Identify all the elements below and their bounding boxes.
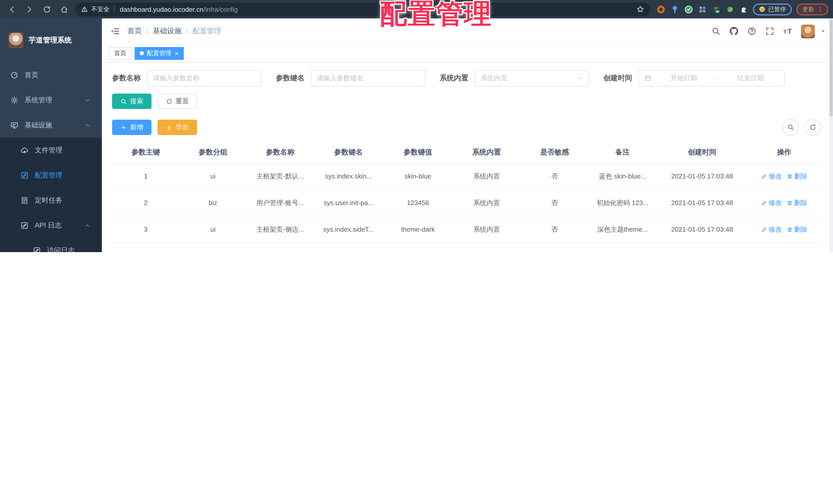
table-cell: sys.user.init-pa... [314,190,383,216]
param-key-label: 参数键名 [276,74,305,83]
search-button-icon [120,98,127,105]
system-type-label: 系统内置 [440,74,468,83]
breadcrumb-home[interactable]: 首页 [127,27,142,36]
emoji-face-icon [759,6,766,13]
edit-link[interactable]: 修改 [761,251,782,252]
toggle-search-icon[interactable] [782,119,799,135]
search-button[interactable]: 搜索 [112,94,151,109]
kebab-menu-icon[interactable] [817,6,823,12]
github-icon[interactable] [729,27,738,36]
breadcrumb-separator: / [186,27,188,35]
table-cell: demo.test [314,243,383,252]
avatar-caret-down-icon[interactable] [820,28,826,34]
col-sensitive: 是否敏感 [521,142,589,163]
pencil-icon [761,173,767,179]
filter-param-key: 参数键名 请输入参数键名 [276,70,425,86]
paused-label: 已暂停 [768,5,786,13]
browser-nav [5,3,71,16]
select-chevron-down-icon [577,75,583,81]
refresh-table-icon[interactable] [804,119,821,135]
edit-link[interactable]: 修改 [761,225,782,234]
param-key-input[interactable]: 请输入参数键名 [311,70,425,86]
table-cell: 系统内置 [453,163,521,190]
fullscreen-icon[interactable] [765,27,774,36]
help-icon[interactable] [747,27,756,36]
paused-badge[interactable]: 已暂停 [753,3,791,15]
table-cell: 10 [383,243,452,252]
sidebar-item-gear[interactable]: 系统管理 [0,87,102,112]
sidebar-item-dashboard[interactable]: 首页 [0,62,102,87]
delete-link[interactable]: 删除 [786,225,807,234]
sidebar-item-doc[interactable]: 定时任务 [0,188,102,213]
col-param-name: 参数名称 [247,142,314,163]
extensions-puzzle-icon[interactable] [739,5,748,14]
table-cell: biz [180,190,247,216]
breadcrumb-infra[interactable]: 基础设施 [153,27,182,36]
extension-orange-ring-icon[interactable] [656,5,665,14]
table-cell: 1 [180,243,247,252]
table-cell: 2021-01-05 17:03:48 [657,163,747,190]
font-size-icon[interactable]: TT [783,27,792,36]
date-range-picker[interactable]: 开始日期 - 结束日期 [638,70,785,86]
home-icon[interactable] [57,3,71,16]
reload-icon[interactable] [40,3,53,16]
application-window: 不安全 dashboard.yudao.iocoder.cn /infra/co… [0,0,833,252]
edit-link[interactable]: 修改 [761,172,782,181]
sidebar-item-label: API 日志 [35,221,62,230]
update-label: 更新 [802,5,814,13]
extension-pin-icon[interactable] [670,5,679,14]
search-icon[interactable] [711,27,720,36]
sidebar-item-edit[interactable]: API 日志 [0,213,102,238]
edit-link[interactable]: 修改 [761,198,782,207]
param-name-input[interactable]: 请输入参数名称 [147,70,262,86]
address-bar[interactable]: 不安全 dashboard.yudao.iocoder.cn /infra/co… [75,2,650,16]
reset-button[interactable]: 重置 [158,94,197,109]
scrollbar-thumb[interactable] [829,20,832,117]
page-scrollbar[interactable] [829,19,833,252]
infra-icon [10,121,19,129]
tag-close-icon[interactable]: × [174,50,178,56]
system-type-select[interactable]: 系统内置 [474,70,589,86]
edit-icon [33,246,41,252]
table-cell: 1 [112,163,180,190]
extension-grid-icon[interactable] [698,5,707,14]
table-cell: ui [180,216,247,243]
table-cell: 2021-01-05 17:03:48 [657,190,747,216]
sidebar-item-label: 配置管理 [35,171,63,180]
filter-create-time: 创建时间 开始日期 - 结束日期 [603,70,785,86]
back-icon[interactable] [5,3,19,16]
update-button[interactable]: 更新 [796,3,828,15]
delete-link[interactable]: 删除 [786,198,807,207]
user-avatar[interactable] [801,24,814,38]
tag-home[interactable]: 首页 [109,47,132,59]
col-create-time: 创建时间 [657,142,747,163]
gear-icon [10,96,19,104]
delete-link[interactable]: 删除 [786,251,807,252]
export-button[interactable]: 导出 [158,120,197,135]
sidebar-item-cloud[interactable]: 文件管理 [0,137,102,162]
extension-green-dot-icon[interactable] [725,5,735,14]
sidebar-item-edit[interactable]: 访问日志 [0,238,102,252]
extension-cn-badge-icon[interactable]: cn [711,5,721,14]
table-cell: skin-blue [383,163,452,190]
trash-icon [786,200,792,206]
date-separator: - [716,74,718,82]
sidebar-item-infra[interactable]: 基础设施 [0,112,102,137]
sidebar-fold-icon[interactable] [110,26,120,36]
col-actions: 操作 [747,142,821,163]
delete-link[interactable]: 删除 [786,172,807,181]
app-logo-block[interactable]: 芋道管理系统 [0,19,102,62]
tag-config-active[interactable]: 配置管理 × [135,47,184,59]
security-warning-icon[interactable] [81,6,88,13]
pencil-icon [761,200,767,206]
svg-text:T: T [783,29,786,34]
extension-green-check-icon[interactable] [684,5,693,14]
sidebar-item-edit-active[interactable]: 配置管理 [0,162,102,188]
add-button[interactable]: 新增 [112,120,151,135]
download-icon [166,124,172,131]
bookmark-star-icon[interactable] [636,5,644,13]
config-table: 参数主键 参数分组 参数名称 参数键名 参数键值 系统内置 是否敏感 备注 创建… [112,142,821,252]
filter-system-type: 系统内置 系统内置 [440,70,589,86]
forward-icon[interactable] [23,3,36,16]
table-cell-actions: 修改删除 [747,190,821,216]
